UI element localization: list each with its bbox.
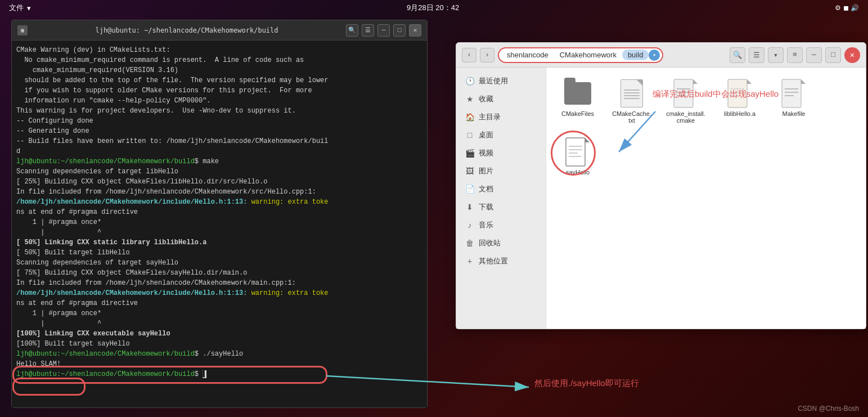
file-cmakecache[interactable]: CMakeCache.txt [609,77,654,126]
svg-rect-5 [728,79,747,107]
sidebar-item-recent[interactable]: 🕐 最近使用 [456,72,546,90]
file-icon-cmake-install [671,79,700,108]
terminal-search-btn[interactable]: 🔍 [346,24,358,37]
file-menu-arrow: ▾ [27,4,31,12]
sidebar-item-label: 视频 [479,148,493,158]
sidebar-item-desktop[interactable]: □ 桌面 [456,126,546,144]
desktop-icon: □ [465,131,474,140]
filemanager-window: ‹ › shenlancode CMakehomework build ▾ 🔍 … [456,42,866,329]
svg-marker-11 [801,79,806,84]
sidebar-item-label: 音乐 [479,220,493,230]
svg-marker-6 [747,79,752,84]
file-cmakefiles[interactable]: CMakeFiles [555,77,600,126]
terminal-line: cmake_minimum_required(VERSION 3.16) [16,65,422,75]
file-makefile[interactable]: Makefile [771,77,816,126]
terminal-line: [ 25%] Building CXX object CMakeFiles/li… [16,177,422,187]
terminal-line: [ 75%] Building CXX object CMakeFiles/sa… [16,268,422,278]
top-bar-left: 文件 ▾ [9,3,31,13]
terminal-line: Scanning dependencies of target libHello [16,167,422,177]
sidebar-item-downloads[interactable]: ⬇ 下载 [456,198,546,216]
terminal-menu-btn[interactable]: ☰ [362,24,374,37]
sidebar-item-label: 图片 [479,166,493,176]
terminal-maximize-btn[interactable]: □ [393,24,406,37]
terminal-line: 1 | #pragma once* [16,217,422,227]
terminal-line: ns at end of #pragma directive [16,207,422,217]
file-icon-libhello [725,79,754,108]
file-sayhello[interactable]: sayHello [555,135,600,178]
terminal-line: In file included from /home/ljh/shenlanc… [16,278,422,288]
sidebar-item-home[interactable]: 🏠 主目录 [456,108,546,126]
system-tray: ⚙ ◼ 🔊 [835,4,859,12]
terminal-line: -- Build files have been written to: /ho… [16,136,422,146]
folder-icon-cmakefiles [563,79,592,108]
terminal-window: ▣ ljh@ubuntu: ~/shenlancode/CMakehomewor… [11,20,428,408]
fm-crumb-build[interactable]: build [622,50,649,60]
music-icon: ♪ [465,221,474,230]
datetime-display: 9月28日 20：42 [407,3,459,13]
file-icon-sayhello [563,137,592,167]
terminal-line: [ 50%] Built target libHello [16,248,422,258]
terminal-prompt-sayhello: ljh@ubuntu:~/shenlancode/CMakehomework/b… [16,349,422,359]
file-cmake-install[interactable]: cmake_install.cmake [663,77,708,126]
terminal-line: Scanning dependencies of target sayHello [16,258,422,268]
terminal-line: -- Configuring done [16,116,422,126]
sidebar-item-videos[interactable]: 🎬 视频 [456,144,546,162]
fm-view-options-btn[interactable]: ▾ [768,47,784,63]
file-libhello[interactable]: liblibHello.a [717,77,762,126]
fm-crumb-dropdown[interactable]: ▾ [649,50,660,61]
terminal-line: information run "cmake --help-policy CMP… [16,96,422,106]
terminal-titlebar: ▣ ljh@ubuntu: ~/shenlancode/CMakehomewor… [12,20,427,41]
svg-marker-16 [585,138,590,142]
sidebar-item-documents[interactable]: 📄 文档 [456,180,546,198]
settings-icon[interactable]: ⚙ ◼ 🔊 [835,4,859,12]
fm-sidebar: 🕐 最近使用 ★ 收藏 🏠 主目录 □ 桌面 🎬 视频 🖼 图片 [456,68,546,329]
fm-body: 🕐 最近使用 ★ 收藏 🏠 主目录 □ 桌面 🎬 视频 🖼 图片 [456,68,866,329]
fm-menu-btn[interactable]: ≡ [787,47,803,63]
svg-marker-1 [693,79,698,84]
pictures-icon: 🖼 [465,167,474,176]
fm-close-btn[interactable]: ✕ [844,47,860,63]
annotation-run-text: 然后使用./sayHello即可运行 [534,378,639,389]
terminal-minimize-btn[interactable]: ─ [377,24,390,37]
video-icon: 🎬 [465,149,474,158]
terminal-line: This warning is for project developers. … [16,106,422,116]
fm-search-btn[interactable]: 🔍 [730,47,745,63]
file-icon-cmakecache [617,79,646,108]
sidebar-item-label: 主目录 [479,112,501,122]
terminal-close-btn[interactable]: ✕ [409,24,421,37]
sidebar-item-trash[interactable]: 🗑 回收站 [456,234,546,252]
terminal-line: [100%] Built target sayHello [16,339,422,349]
file-name-makefile: Makefile [782,110,806,117]
svg-rect-15 [566,138,585,166]
fm-maximize-btn[interactable]: □ [825,47,841,63]
fm-minimize-btn[interactable]: ─ [806,47,822,63]
top-bar: 文件 ▾ 9月28日 20：42 ⚙ ◼ 🔊 [0,0,868,16]
sidebar-item-music[interactable]: ♪ 音乐 [456,216,546,234]
terminal-line: | ^ [16,319,422,329]
sidebar-item-label: 回收站 [479,238,501,248]
sidebar-item-pictures[interactable]: 🖼 图片 [456,162,546,180]
fm-list-view-btn[interactable]: ☰ [749,47,764,63]
add-icon: + [465,257,474,266]
terminal-line: No cmake_minimum_required command is pre… [16,55,422,65]
terminal-hello-slam: Hello SLAM! [16,359,422,369]
terminal-icon: ▣ [17,25,28,35]
trash-icon: 🗑 [465,239,474,248]
file-name-cmake-install: cmake_install.cmake [665,110,706,124]
terminal-window-controls: 🔍 ☰ ─ □ ✕ [346,24,421,37]
sidebar-item-favorites[interactable]: ★ 收藏 [456,90,546,108]
terminal-line: if you wish to support older CMake versi… [16,86,422,96]
terminal-line: ns at end of #pragma directive [16,298,422,308]
fm-crumb-shenlancode[interactable]: shenlancode [501,50,554,60]
fm-forward-btn[interactable]: › [480,48,494,62]
sidebar-item-label: 其他位置 [479,256,508,266]
sidebar-item-label: 下载 [479,202,493,212]
fm-back-btn[interactable]: ‹ [462,48,476,62]
terminal-prompt: ljh@ubuntu:~/shenlancode/CMakehomework/b… [16,156,422,167]
file-menu[interactable]: 文件 [9,3,24,13]
sidebar-item-label: 收藏 [479,94,493,104]
sidebar-item-other[interactable]: + 其他位置 [456,252,546,270]
fm-crumb-cmakehomework[interactable]: CMakehomework [554,50,622,60]
file-icon-makefile [779,79,808,108]
terminal-body[interactable]: CMake Warning (dev) in CMakeLists.txt: N… [12,41,427,407]
